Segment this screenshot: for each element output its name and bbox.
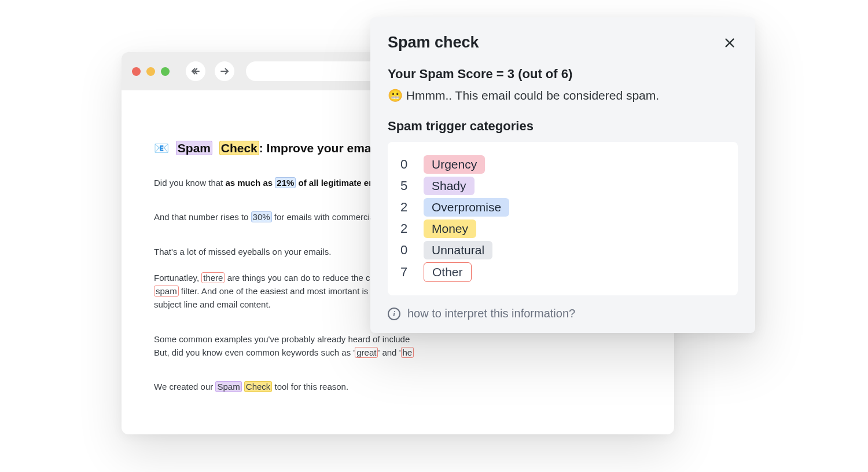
window-max-dot[interactable] bbox=[161, 67, 170, 76]
category-tag-money[interactable]: Money bbox=[424, 219, 476, 238]
highlight-spam-word: spam bbox=[154, 286, 179, 297]
category-tag-shady[interactable]: Shady bbox=[424, 177, 475, 195]
category-count: 7 bbox=[400, 265, 413, 280]
window-close-dot[interactable] bbox=[132, 67, 141, 76]
forward-button[interactable] bbox=[215, 61, 234, 81]
categories-title: Spam trigger categories bbox=[388, 119, 738, 134]
panel-title: Spam check bbox=[388, 34, 479, 52]
highlight-21: 21% bbox=[275, 177, 296, 188]
spam-score-message: 😬 Hmmm.. This email could be considered … bbox=[388, 89, 738, 103]
paragraph-6: We created our Spam Check tool for this … bbox=[154, 380, 642, 393]
category-count: 5 bbox=[400, 178, 413, 193]
window-min-dot[interactable] bbox=[146, 67, 155, 76]
spam-check-panel: Spam check Your Spam Score = 3 (out of 6… bbox=[370, 17, 755, 333]
close-icon bbox=[723, 36, 736, 49]
category-count: 0 bbox=[400, 157, 413, 172]
category-row-urgency: 0 Urgency bbox=[400, 155, 725, 174]
category-count: 2 bbox=[400, 221, 413, 236]
highlight-great: great bbox=[355, 347, 378, 358]
category-tag-overpromise[interactable]: Overpromise bbox=[424, 198, 509, 217]
category-row-money: 2 Money bbox=[400, 219, 725, 238]
category-count: 0 bbox=[400, 243, 413, 258]
categories-box: 0 Urgency 5 Shady 2 Overpromise 2 Money … bbox=[388, 142, 738, 295]
interpret-text: how to interpret this information? bbox=[407, 307, 575, 320]
category-row-unnatural: 0 Unnatural bbox=[400, 241, 725, 259]
paragraph-5: Some common examples you've probably alr… bbox=[154, 332, 642, 360]
highlight-check-2: Check bbox=[244, 381, 273, 392]
highlight-he: he bbox=[401, 347, 414, 358]
category-count: 2 bbox=[400, 200, 413, 215]
highlight-spam-2: Spam bbox=[215, 381, 241, 392]
arrow-right-icon bbox=[219, 66, 230, 76]
info-icon: i bbox=[388, 308, 400, 320]
highlight-check: Check bbox=[219, 141, 259, 155]
back-button[interactable] bbox=[186, 61, 205, 81]
close-button[interactable] bbox=[722, 35, 738, 51]
category-row-other: 7 Other bbox=[400, 262, 725, 282]
highlight-spam: Spam bbox=[176, 141, 212, 155]
email-icon: 📧 bbox=[154, 141, 169, 155]
category-tag-unnatural[interactable]: Unnatural bbox=[424, 241, 492, 259]
interpret-link[interactable]: i how to interpret this information? bbox=[388, 307, 738, 320]
grimace-icon: 😬 bbox=[388, 89, 403, 102]
category-tag-other[interactable]: Other bbox=[424, 262, 472, 282]
highlight-30: 30% bbox=[251, 211, 272, 222]
category-row-overpromise: 2 Overpromise bbox=[400, 198, 725, 217]
category-row-shady: 5 Shady bbox=[400, 177, 725, 195]
highlight-there: there bbox=[201, 272, 225, 283]
category-tag-urgency[interactable]: Urgency bbox=[424, 155, 485, 174]
spam-score: Your Spam Score = 3 (out of 6) bbox=[388, 67, 738, 82]
panel-header: Spam check bbox=[388, 34, 738, 52]
